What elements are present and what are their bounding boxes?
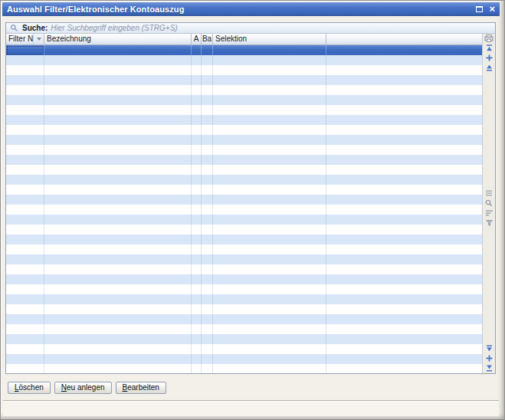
table-cell: [44, 155, 192, 165]
table-row[interactable]: [6, 185, 482, 195]
column-header-ba[interactable]: Ba: [202, 34, 213, 44]
table-cell: [44, 105, 192, 115]
table-cell: [6, 235, 44, 244]
table-row[interactable]: [6, 155, 482, 165]
table-cell: [213, 135, 326, 145]
search-input[interactable]: [51, 24, 492, 33]
table-row[interactable]: [6, 65, 482, 75]
table-cell: [213, 195, 326, 205]
table-row[interactable]: [6, 105, 482, 115]
scroll-down-icon[interactable]: [484, 345, 494, 352]
table-row[interactable]: [6, 354, 482, 364]
column-header-selektion[interactable]: Selektion: [213, 34, 326, 44]
table-cell: [44, 135, 192, 145]
table-row[interactable]: [6, 225, 482, 235]
table-cell: [202, 235, 213, 244]
table-cell: [202, 294, 213, 304]
table-row[interactable]: [6, 284, 482, 294]
table-row[interactable]: [6, 55, 482, 65]
table-cell: [202, 75, 213, 85]
table-row[interactable]: [6, 314, 482, 324]
table-row[interactable]: [6, 75, 482, 85]
table-cell: [326, 115, 482, 125]
table-row[interactable]: [6, 344, 482, 354]
table-row[interactable]: [6, 195, 482, 205]
expand-plus-icon[interactable]: [484, 54, 494, 61]
table-row[interactable]: [6, 205, 482, 215]
window-controls: ×: [476, 5, 495, 13]
table-row[interactable]: [6, 294, 482, 304]
table-row-selected[interactable]: [6, 45, 482, 55]
table-row[interactable]: [6, 364, 482, 373]
sort-dropdown-button[interactable]: [33, 34, 44, 44]
table-cell: [192, 75, 202, 85]
table-cell: [202, 284, 213, 294]
table-cell: [326, 344, 482, 354]
new-button[interactable]: Neu anlegen: [54, 382, 112, 394]
table-row[interactable]: [6, 324, 482, 334]
table-cell: [6, 95, 44, 105]
table-cell: [44, 165, 192, 175]
filter-funnel-icon[interactable]: [484, 220, 494, 227]
table-row[interactable]: [6, 215, 482, 225]
table-cell: [326, 85, 482, 95]
table-cell: [44, 225, 192, 235]
table-cell: [326, 324, 482, 334]
table-row[interactable]: [6, 254, 482, 264]
table-cell: [44, 75, 192, 85]
table-cell: [326, 304, 482, 314]
table-cell: [202, 55, 213, 65]
table-cell: [192, 364, 202, 373]
table-cell: [192, 235, 202, 244]
table-row[interactable]: [6, 125, 482, 135]
table-cell: [326, 105, 482, 115]
window-title: Auswahl Filter/Elektronischer Kontoauszu…: [7, 5, 184, 14]
table-cell: [192, 185, 202, 195]
table-row[interactable]: [6, 274, 482, 284]
table-row[interactable]: [6, 145, 482, 155]
column-header-a[interactable]: A: [192, 34, 202, 44]
column-header-filter-nr[interactable]: Filter Nr: [6, 34, 44, 44]
sort-icon[interactable]: [484, 210, 494, 217]
title-bar[interactable]: Auswahl Filter/Elektronischer Kontoauszu…: [2, 2, 500, 16]
table-cell: [192, 125, 202, 135]
column-chooser-icon[interactable]: [484, 34, 494, 41]
jump-first-icon[interactable]: [484, 44, 494, 51]
zoom-magnifier-icon[interactable]: [484, 200, 494, 207]
table-row[interactable]: [6, 85, 482, 95]
table-row[interactable]: [6, 115, 482, 125]
table-cell: [192, 195, 202, 205]
table-row[interactable]: [6, 244, 482, 254]
table-row[interactable]: [6, 264, 482, 274]
table-cell: [6, 65, 44, 75]
table-cell: [213, 165, 326, 175]
table-row[interactable]: [6, 165, 482, 175]
table-row[interactable]: [6, 235, 482, 244]
delete-button[interactable]: Löschen: [8, 382, 51, 394]
column-header-empty[interactable]: [326, 34, 482, 44]
edit-button[interactable]: Bearbeiten: [116, 382, 166, 394]
table-cell: [6, 185, 44, 195]
table-row[interactable]: [6, 304, 482, 314]
table-cell: [202, 244, 213, 254]
table-cell: [213, 254, 326, 264]
table-cell: [202, 314, 213, 324]
restore-icon[interactable]: [476, 6, 483, 12]
close-icon[interactable]: ×: [489, 5, 495, 13]
table-cell: [192, 264, 202, 274]
table-cell: [213, 235, 326, 244]
expand-plus-icon[interactable]: [484, 355, 494, 362]
table-cell: [326, 155, 482, 165]
table-row[interactable]: [6, 175, 482, 185]
table-cell: [192, 205, 202, 215]
table-row[interactable]: [6, 135, 482, 145]
table-cell: [192, 45, 202, 55]
scroll-up-icon[interactable]: [484, 64, 494, 71]
jump-last-icon[interactable]: [484, 365, 494, 372]
column-header-bezeichnung[interactable]: Bezeichnung: [44, 34, 192, 44]
table-body[interactable]: [6, 45, 482, 373]
table-cell: [44, 145, 192, 155]
table-row[interactable]: [6, 95, 482, 105]
table-row[interactable]: [6, 334, 482, 344]
grip-icon[interactable]: [484, 190, 494, 197]
